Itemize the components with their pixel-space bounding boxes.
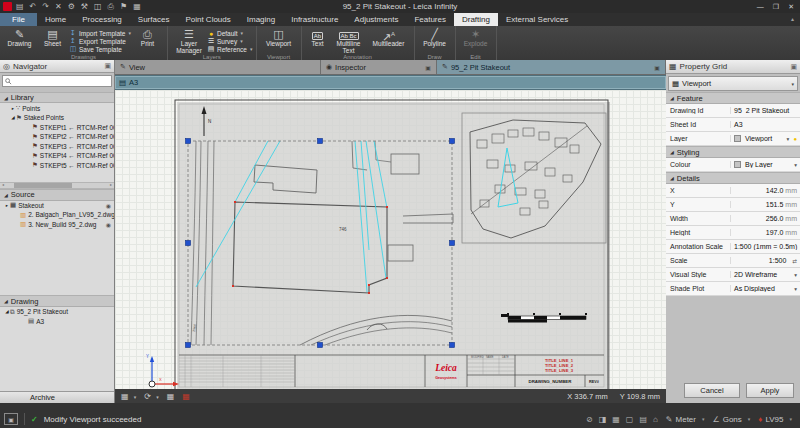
tree-item[interactable]: ▸ ∵ Points xyxy=(0,103,114,113)
sheet-subtab[interactable]: ▤ A3 xyxy=(115,75,666,90)
new-icon[interactable]: ▤ xyxy=(16,2,24,12)
ortho-icon[interactable]: ▢ xyxy=(626,415,634,424)
redo-icon[interactable]: ↷ xyxy=(42,2,49,12)
visibility-eye-icon[interactable]: ◉ xyxy=(106,221,111,228)
ribbon-tab[interactable]: Features xyxy=(406,13,454,26)
home-icon[interactable]: ⌂ xyxy=(653,415,658,424)
dropdown-arrow-icon[interactable]: ▾ xyxy=(794,272,797,278)
minimize-icon[interactable]: — xyxy=(757,3,764,11)
tree-item[interactable]: ▤ A3 xyxy=(0,317,114,327)
tree-item[interactable]: ▥ 2. Balgach_Plan_LV95_2.dwg ◉ xyxy=(0,210,114,220)
layers-status-icon[interactable]: ▤ xyxy=(639,415,647,424)
ribbon-tab[interactable]: Imaging xyxy=(239,13,283,26)
horizontal-scrollbar[interactable]: ◂▸ xyxy=(0,182,114,189)
tree-item[interactable]: ▸ ▦ Stakeout ◉ xyxy=(0,201,114,211)
property-row[interactable]: Shade Plot As Displayed ▾ xyxy=(666,282,800,296)
property-row[interactable]: Scale 1:500 ⇄ xyxy=(666,254,800,268)
property-row[interactable]: Drawing Id 95_2 Pit Stakeout xyxy=(666,104,800,118)
display-mode-icon[interactable]: ▦ ▾ xyxy=(121,392,136,401)
survey-layer-button[interactable]: ☰ Survey▾ xyxy=(207,37,253,45)
ribbon-tab[interactable]: Home xyxy=(37,13,74,26)
ribbon-tab[interactable]: Adjustments xyxy=(346,13,406,26)
viewport-button[interactable]: ◫ Viewport xyxy=(260,27,298,47)
close-icon[interactable]: ✕ xyxy=(788,3,794,11)
pin-icon[interactable]: ▣ xyxy=(425,64,431,71)
dropdown-arrow-icon[interactable]: ▾ xyxy=(794,286,797,292)
drawing-canvas[interactable]: N 2560 xyxy=(115,90,666,389)
selection-type-dropdown[interactable]: ▦ Viewport ▾ xyxy=(668,76,798,91)
styling-section-header[interactable]: ◢Styling xyxy=(666,146,800,158)
drawing-section-header[interactable]: ◢Drawing xyxy=(0,295,114,307)
object-snap-icon[interactable]: ◨ xyxy=(599,415,607,424)
pin-icon[interactable]: ▣ xyxy=(654,64,660,71)
print-icon[interactable]: ⎙ xyxy=(108,2,114,12)
archive-section-header[interactable]: Archive xyxy=(0,391,114,403)
property-row[interactable]: Width 256.0 mm xyxy=(666,212,800,226)
default-layer-select[interactable]: ● Default▾ xyxy=(207,29,253,37)
property-row[interactable]: Annotation Scale 1:500 (1mm = 0.5m) ▾ xyxy=(666,240,800,254)
details-section-header[interactable]: ◢Details xyxy=(666,172,800,184)
reference-layer-button[interactable]: ▤ Reference▾ xyxy=(207,45,253,53)
grid-snap-icon[interactable]: ▦ xyxy=(612,415,620,424)
drawing-button[interactable]: ✎ Drawing xyxy=(3,27,36,47)
property-row[interactable]: Colour By Layer ▾ xyxy=(666,158,800,172)
refresh-view-icon[interactable]: ⟳ ▾ xyxy=(144,392,158,401)
apply-button[interactable]: Apply xyxy=(746,383,794,398)
tree-item[interactable]: ⚑ STKEPt5 ← RTCM-Ref 0000 (07/10/ xyxy=(0,160,114,170)
layer-manager-button[interactable]: ☰ Layer Manager xyxy=(171,27,207,54)
settings-icon[interactable]: ⚙ xyxy=(68,2,75,12)
import-template-button[interactable]: ↧ Import Template▾ xyxy=(69,29,131,37)
disable-snap-icon[interactable]: ⊘ xyxy=(586,415,593,424)
property-row[interactable]: Visual Style 2D Wireframe ▾ xyxy=(666,268,800,282)
delete-icon[interactable]: ✕ xyxy=(55,2,62,12)
maximize-icon[interactable]: ❐ xyxy=(773,3,779,11)
tree-item[interactable]: ◢ ⧉ 95_2 Pit Stakeout xyxy=(0,307,114,317)
angle-unit-selector[interactable]: ∠ Gons▾ xyxy=(712,415,750,424)
ribbon-tab[interactable]: File xyxy=(0,13,37,26)
view-tab[interactable]: ✎ View xyxy=(115,60,321,74)
dropdown-arrow-icon[interactable]: ⇄ xyxy=(792,258,797,264)
undo-icon[interactable]: ↶ xyxy=(30,2,37,12)
library-section-header[interactable]: ◢Library xyxy=(0,92,114,104)
tools-icon[interactable]: ⚒ xyxy=(81,2,88,12)
property-row[interactable]: Layer Viewport ▾ ● xyxy=(666,132,800,146)
window-icon[interactable]: ▦ xyxy=(133,2,141,12)
pin-icon[interactable]: ▣ xyxy=(104,62,111,70)
text-button[interactable]: Ab Text xyxy=(305,27,331,47)
source-section-header[interactable]: ◢Source xyxy=(0,189,114,201)
cancel-button[interactable]: Cancel xyxy=(684,383,740,398)
property-row[interactable]: X 142.0 mm xyxy=(666,184,800,198)
dropdown-arrow-icon[interactable]: ▾ xyxy=(787,136,790,142)
polyline-button[interactable]: ╱ Polyline xyxy=(418,27,452,47)
property-row[interactable]: Y 151.5 mm xyxy=(666,198,800,212)
ribbon-tab[interactable]: External Services xyxy=(498,13,576,26)
print-button[interactable]: ⎙ Print xyxy=(131,27,164,47)
view-tab[interactable]: ◉ Inspector ▣ xyxy=(321,60,437,74)
coordinate-system-selector[interactable]: ♦ LV95▾ xyxy=(758,415,792,424)
ribbon-tab[interactable]: Infrastructure xyxy=(283,13,346,26)
archive-icon[interactable]: ◫ xyxy=(94,2,102,12)
unit-selector[interactable]: ✎ Meter▾ xyxy=(666,415,705,424)
ribbon-tab[interactable]: Processing xyxy=(74,13,130,26)
ribbon-tab[interactable]: Drafting xyxy=(454,13,498,26)
pin-icon[interactable]: ▣ xyxy=(790,63,797,71)
navigator-search-input[interactable] xyxy=(2,75,112,87)
sheet-button[interactable]: ▤ Sheet xyxy=(36,27,69,47)
tree-item[interactable]: ▥ 3. New_Build 95_2.dwg ◉ xyxy=(0,220,114,230)
property-row[interactable]: Sheet Id A3 xyxy=(666,118,800,132)
inspect-icon[interactable]: ⚑ xyxy=(120,2,127,12)
export-template-button[interactable]: ↥ Export Template xyxy=(69,37,131,45)
save-template-button[interactable]: ◫ Save Template xyxy=(69,45,131,53)
snap-grid-icon[interactable]: ▦ xyxy=(182,392,190,401)
tree-item[interactable]: ⚑ STKEPt4 ← RTCM-Ref 0000 (07/10/ xyxy=(0,151,114,161)
feature-section-header[interactable]: ◢Feature xyxy=(666,92,800,104)
dropdown-arrow-icon[interactable]: ▾ xyxy=(794,162,797,168)
tree-item[interactable]: ◢ ⚑ Staked Points xyxy=(0,113,114,123)
visibility-eye-icon[interactable]: ◉ xyxy=(106,202,111,209)
tree-item[interactable]: ⚑ STKEPt2 ← RTCM-Ref 0000 (07/10/ xyxy=(0,132,114,142)
tree-item[interactable]: ⚑ STKEPt3 ← RTCM-Ref 0000 (07/10/ xyxy=(0,141,114,151)
grid-toggle-icon[interactable]: ▦ xyxy=(167,392,175,401)
tree-item[interactable]: ⚑ STKEPt1 ← RTCM-Ref 0000 (07/10/ xyxy=(0,122,114,132)
explode-button[interactable]: ✶ Explode xyxy=(459,27,493,47)
property-row[interactable]: Height 197.0 mm xyxy=(666,226,800,240)
